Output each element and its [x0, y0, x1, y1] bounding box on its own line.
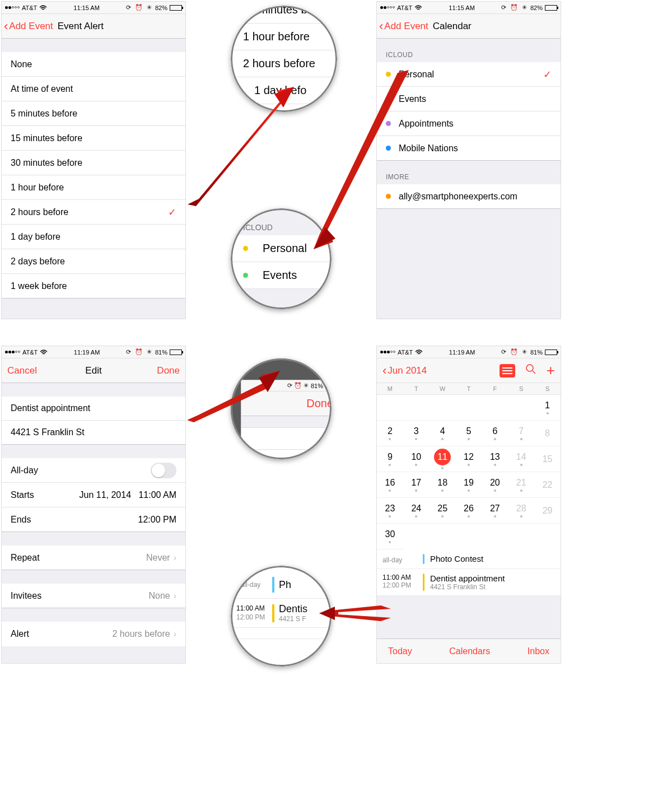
calendar-day[interactable]: 20	[482, 472, 508, 498]
calendar-day[interactable]: 11	[430, 446, 456, 472]
event-location-field[interactable]: 4421 S Franklin St	[2, 421, 185, 445]
ends-row[interactable]: Ends 12:00 PM	[2, 507, 185, 532]
calendar-day[interactable]: 22	[534, 472, 561, 498]
calendar-day[interactable]: 27	[482, 498, 508, 524]
back-button[interactable]: ‹ Add Event	[377, 20, 428, 32]
day-number: 5	[466, 426, 472, 436]
weekday-label: S	[534, 385, 561, 392]
done-button[interactable]: Done	[157, 365, 180, 376]
month-back-button[interactable]: ‹ Jun 2014	[382, 365, 427, 377]
chevron-left-icon: ‹	[4, 20, 8, 32]
calendar-grid: 1234567891011121314151617181920212223242…	[377, 395, 561, 549]
weekday-header: MTWTFSS	[377, 383, 561, 395]
day-number: 16	[385, 478, 395, 488]
calendar-day[interactable]: 1	[534, 395, 561, 421]
event-dot-icon	[468, 464, 470, 466]
calendar-day[interactable]: 15	[534, 446, 561, 472]
calendar-day[interactable]: 19	[456, 472, 482, 498]
alert-option[interactable]: 1 day before	[2, 225, 185, 249]
calendar-day[interactable]: 18	[430, 472, 456, 498]
day-number: 8	[545, 428, 550, 439]
calendar-day[interactable]: 28	[508, 498, 534, 524]
back-button[interactable]: ‹ Add Event	[2, 20, 53, 32]
starts-row[interactable]: Starts Jun 11, 2014 11:00 AM	[2, 483, 185, 507]
invitees-label: Invitees	[11, 591, 41, 601]
day-number: 12	[464, 452, 474, 462]
calendar-day[interactable]: 9	[377, 446, 403, 472]
calendar-day[interactable]: 17	[403, 472, 430, 498]
tab-inbox[interactable]: Inbox	[528, 646, 549, 656]
calendar-day[interactable]: 13	[482, 446, 508, 472]
color-dot-icon	[386, 72, 391, 77]
event-name-field[interactable]: Dentist appointment	[2, 397, 185, 421]
alert-option[interactable]: 2 days before	[2, 249, 185, 274]
calendar-option[interactable]: Personal✓	[377, 62, 561, 87]
wifi-icon	[414, 5, 422, 11]
tab-calendars[interactable]: Calendars	[449, 646, 490, 656]
calendar-option[interactable]: ally@smartphoneexperts.com	[377, 184, 561, 209]
day-number: 1	[545, 400, 550, 411]
calendar-day[interactable]: 21	[508, 472, 534, 498]
calendar-day[interactable]: 3	[403, 421, 430, 446]
alert-option[interactable]: At time of event	[2, 77, 185, 101]
zoom-row: 1 day befo	[231, 77, 337, 104]
event-row[interactable]: all-dayPhoto Contest	[377, 549, 561, 569]
clock: 11:15 AM	[73, 4, 99, 11]
all-day-switch[interactable]	[151, 463, 176, 478]
zoom-row: 1 hour before	[231, 24, 337, 50]
calendar-nav: ‹ Jun 2014 +	[377, 358, 561, 383]
zoom-row: 2 hours before	[231, 50, 337, 77]
calendar-day[interactable]: 7	[508, 421, 534, 446]
invitees-row[interactable]: Invitees None›	[2, 584, 185, 608]
cancel-button[interactable]: Cancel	[2, 365, 37, 376]
repeat-label: Repeat	[11, 553, 40, 563]
calendar-day[interactable]: 2	[377, 421, 403, 446]
calendar-day[interactable]: 10	[403, 446, 430, 472]
calendar-day[interactable]: 6	[482, 421, 508, 446]
status-bar: AT&T 11:15 AM ⟳ ⏰ ✳︎ 82%	[377, 2, 561, 14]
calendar-day[interactable]: 23	[377, 498, 403, 524]
alert-option[interactable]: 30 minutes before	[2, 151, 185, 175]
calendar-option[interactable]: Appointments	[377, 111, 561, 136]
section-header: IMORE	[377, 161, 561, 184]
calendar-option[interactable]: Events	[377, 87, 561, 111]
calendar-day[interactable]: 8	[534, 421, 561, 446]
alert-option[interactable]: None	[2, 52, 185, 77]
search-icon[interactable]	[525, 363, 536, 377]
alert-option[interactable]: 1 hour before	[2, 175, 185, 200]
day-number: 15	[543, 454, 553, 464]
alert-row[interactable]: Alert 2 hours before›	[2, 622, 185, 646]
calendar-day[interactable]: 14	[508, 446, 534, 472]
alert-option[interactable]: 2 hours before✓	[2, 200, 185, 225]
status-glyphs: ⟳ ⏰ ✳︎	[501, 4, 528, 11]
repeat-row[interactable]: Repeat Never›	[2, 546, 185, 570]
day-number: 22	[543, 480, 553, 490]
calendar-day[interactable]: 4	[430, 421, 456, 446]
battery-percent: 82%	[530, 4, 543, 11]
calendar-day[interactable]: 24	[403, 498, 430, 524]
zoom-event-title: Dentis	[279, 603, 307, 615]
signal-dots	[5, 6, 20, 9]
tab-today[interactable]: Today	[388, 646, 412, 656]
alert-option[interactable]: 15 minutes before	[2, 126, 185, 151]
ends-label: Ends	[11, 515, 31, 525]
add-event-button[interactable]: +	[547, 362, 555, 379]
color-dot-icon	[386, 121, 391, 126]
all-day-row[interactable]: All-day	[2, 458, 185, 483]
carrier: AT&T	[398, 349, 413, 356]
calendar-day[interactable]: 29	[534, 498, 561, 524]
calendar-day[interactable]: 16	[377, 472, 403, 498]
calendar-day[interactable]: 5	[456, 421, 482, 446]
event-dot-icon	[415, 438, 417, 440]
calendar-day[interactable]: 26	[456, 498, 482, 524]
calendar-day[interactable]: 30	[377, 524, 403, 549]
day-number: 4	[440, 426, 445, 436]
event-row[interactable]: 11:00 AM12:00 PMDentist appointment4421 …	[377, 569, 561, 596]
alert-option[interactable]: 5 minutes before	[2, 101, 185, 126]
calendar-day[interactable]: 12	[456, 446, 482, 472]
list-view-toggle[interactable]	[500, 364, 515, 377]
calendar-day[interactable]: 25	[430, 498, 456, 524]
alert-option[interactable]: 1 week before	[2, 274, 185, 299]
event-dot-icon	[415, 515, 417, 518]
calendar-option[interactable]: Mobile Nations	[377, 136, 561, 161]
